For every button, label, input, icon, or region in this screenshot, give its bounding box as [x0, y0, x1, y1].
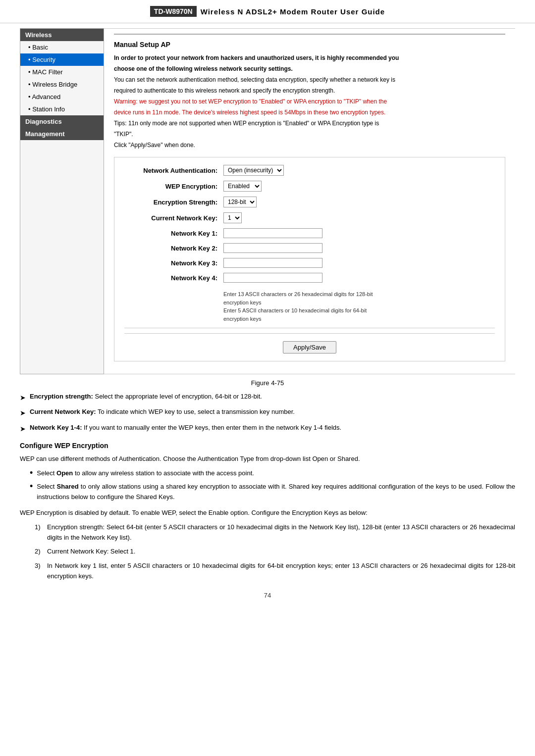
sidebar-header-wireless: Wireless	[20, 29, 104, 41]
section-title: Manual Setup AP	[114, 41, 505, 49]
dot-icon-2: •	[30, 482, 33, 491]
sidebar-item-station-info[interactable]: • Station Info	[20, 103, 104, 115]
bullet-arrow-3: ➤	[20, 423, 26, 434]
num-text-3: In Network key 1 list, enter 5 ASCII cha…	[47, 561, 515, 582]
network-auth-label: Network Authentication:	[124, 167, 223, 174]
numbered-list: 1) Encryption strength: Select 64-bit (e…	[20, 522, 515, 582]
net-key4-input[interactable]	[223, 273, 322, 283]
enc-strength-control[interactable]: 128-bit 64-bit	[223, 197, 257, 207]
header-model: TD-W8970N	[150, 6, 197, 17]
info-line2: choose one of the following wireless net…	[114, 64, 505, 73]
net-key3-row: Network Key 3:	[124, 258, 495, 268]
info-line1: In order to protect your network from ha…	[114, 53, 505, 62]
main-layout: Wireless • Basic • Security • MAC Filter…	[0, 28, 535, 374]
click-line: Click "Apply/Save" when done.	[114, 141, 505, 150]
num-text-1: Encryption strength: Select 64-bit (ente…	[47, 522, 515, 543]
net-key1-label: Network Key 1:	[124, 230, 223, 237]
sidebar-header-management: Management	[20, 128, 104, 140]
dot-bullet-open: • Select Open to allow any wireless stat…	[20, 468, 515, 479]
bullet-arrow-1: ➤	[20, 392, 26, 403]
sidebar-header-diagnostics: Diagnostics	[20, 115, 104, 128]
net-key4-control[interactable]	[223, 273, 322, 283]
dot-text-1: Select Open to allow any wireless statio…	[37, 468, 515, 479]
enc-strength-row: Encryption Strength: 128-bit 64-bit	[124, 197, 495, 207]
dot-text-2: Select Shared to only allow stations usi…	[37, 482, 515, 503]
numbered-item-3: 3) In Network key 1 list, enter 5 ASCII …	[35, 561, 515, 582]
apply-row: Apply/Save	[124, 333, 495, 353]
wep-para2: WEP Encryption is disabled by default. T…	[20, 507, 515, 518]
net-key1-control[interactable]	[223, 228, 322, 238]
wep-enc-row: WEP Encryption: Enabled Disabled	[124, 181, 495, 192]
net-key4-label: Network Key 4:	[124, 274, 223, 282]
sidebar-item-security[interactable]: • Security	[20, 53, 104, 66]
wep-enc-select[interactable]: Enabled Disabled	[223, 181, 262, 192]
hints-row: Enter 13 ASCII characters or 26 hexadeci…	[124, 288, 495, 323]
net-key1-row: Network Key 1:	[124, 228, 495, 238]
sidebar-item-mac-filter[interactable]: • MAC Filter	[20, 66, 104, 78]
numbered-item-1: 1) Encryption strength: Select 64-bit (e…	[35, 522, 515, 543]
net-key3-label: Network Key 3:	[124, 259, 223, 267]
network-auth-select[interactable]: Open (insecurity) Shared WPA-PSK WPA2-PS…	[223, 165, 284, 176]
network-auth-row: Network Authentication: Open (insecurity…	[124, 165, 495, 176]
current-key-row: Current Network Key: 1 2 3 4	[124, 212, 495, 223]
net-key2-row: Network Key 2:	[124, 243, 495, 253]
bullet-text-3: Network Key 1-4: If you want to manually…	[30, 423, 515, 433]
bullet-encryption-strength: ➤ Encryption strength: Select the approp…	[20, 392, 515, 403]
content-area: Manual Setup AP In order to protect your…	[104, 28, 515, 374]
tips-line2: "TKIP".	[114, 130, 505, 139]
info-line3: You can set the network authentication m…	[114, 75, 505, 84]
net-key3-control[interactable]	[223, 258, 322, 268]
num-2: 2)	[35, 547, 47, 557]
net-key1-input[interactable]	[223, 228, 322, 238]
net-key3-input[interactable]	[223, 258, 322, 268]
current-key-label: Current Network Key:	[124, 214, 223, 222]
figure-label: Figure 4-75	[20, 379, 515, 387]
info-line4: required to authenticate to this wireles…	[114, 86, 505, 95]
top-border	[114, 34, 505, 35]
page-header: TD-W8970N Wireless N ADSL2+ Modem Router…	[0, 0, 535, 23]
enc-strength-select[interactable]: 128-bit 64-bit	[223, 197, 257, 207]
wep-enc-control[interactable]: Enabled Disabled	[223, 181, 262, 192]
wep-enc-label: WEP Encryption:	[124, 183, 223, 190]
net-key2-input[interactable]	[223, 243, 322, 253]
sidebar-item-advanced[interactable]: • Advanced	[20, 91, 104, 103]
bullet-network-key: ➤ Network Key 1-4: If you want to manual…	[20, 423, 515, 434]
page-number: 74	[20, 592, 515, 609]
wep-form: Network Authentication: Open (insecurity…	[114, 157, 505, 361]
hint-text: Enter 13 ASCII characters or 26 hexadeci…	[223, 290, 373, 323]
wep-para1: WEP can use different methods of Authent…	[20, 454, 515, 464]
figure-section: Figure 4-75 ➤ Encryption strength: Selec…	[0, 379, 535, 609]
enc-strength-label: Encryption Strength:	[124, 199, 223, 206]
bullet-text-1: Encryption strength: Select the appropri…	[30, 392, 515, 402]
sidebar-item-basic[interactable]: • Basic	[20, 41, 104, 53]
dot-bullet-shared: • Select Shared to only allow stations u…	[20, 482, 515, 503]
configure-wep-title: Configure WEP Encryption	[20, 442, 515, 450]
current-key-select[interactable]: 1 2 3 4	[223, 212, 242, 223]
num-3: 3)	[35, 561, 47, 571]
dot-icon-1: •	[30, 468, 33, 477]
tips-line1: Tips: 11n only mode are not supported wh…	[114, 119, 505, 128]
warning-line1: Warning: we suggest you not to set WEP e…	[114, 97, 505, 106]
net-key2-control[interactable]	[223, 243, 322, 253]
bullet-current-key: ➤ Current Network Key: To indicate which…	[20, 407, 515, 418]
form-separator	[124, 328, 495, 328]
net-key4-row: Network Key 4:	[124, 273, 495, 283]
header-title: Wireless N ADSL2+ Modem Router User Guid…	[201, 7, 385, 16]
numbered-item-2: 2) Current Network Key: Select 1.	[35, 547, 515, 557]
apply-save-button[interactable]: Apply/Save	[283, 341, 336, 353]
net-key2-label: Network Key 2:	[124, 245, 223, 252]
num-text-2: Current Network Key: Select 1.	[47, 547, 515, 557]
sidebar: Wireless • Basic • Security • MAC Filter…	[20, 28, 104, 374]
bullet-arrow-2: ➤	[20, 407, 26, 418]
num-1: 1)	[35, 522, 47, 533]
warning-line2: device runs in 11n mode. The device's wi…	[114, 108, 505, 117]
bullet-text-2: Current Network Key: To indicate which W…	[30, 407, 515, 417]
network-auth-control[interactable]: Open (insecurity) Shared WPA-PSK WPA2-PS…	[223, 165, 284, 176]
current-key-control[interactable]: 1 2 3 4	[223, 212, 242, 223]
sidebar-item-wireless-bridge[interactable]: • Wireless Bridge	[20, 78, 104, 91]
